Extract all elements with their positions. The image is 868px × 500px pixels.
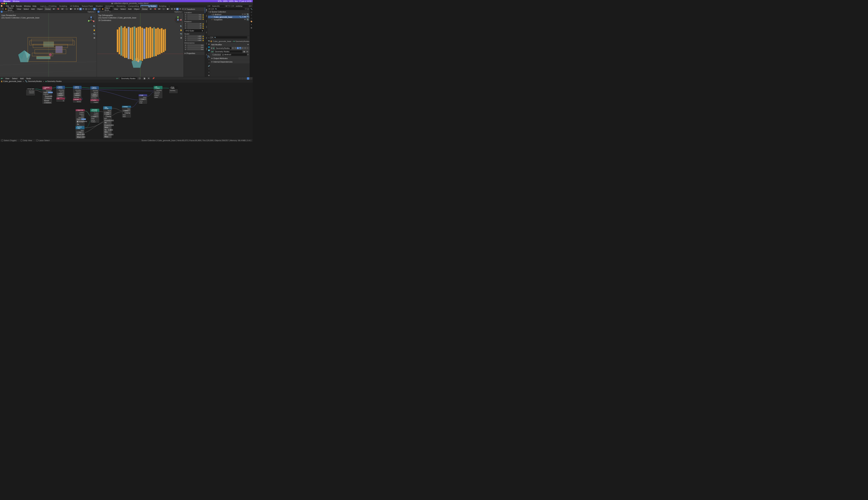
node-collection-info[interactable]: Collection Info Instances OriginalRelati…: [42, 87, 52, 104]
tool-icon-6[interactable]: [12, 11, 14, 13]
crumb-object[interactable]: ◧Cube_geonode_base: [1, 80, 22, 82]
options-dropdown[interactable]: Options ▾: [174, 11, 183, 13]
node-geometry-proximity[interactable]: Geometry Proximity Position Distance Fac…: [90, 109, 99, 123]
node-random-value[interactable]: Random Value Value Float Min0.000 Max1.0…: [76, 126, 84, 139]
node-editor[interactable]: ◆▾ View Select Add Node ◆▾ Geometry Node…: [0, 77, 253, 139]
scene-buttons[interactable]: ◨ 🛡 ✕: [226, 5, 230, 7]
prop-tab-data[interactable]: ▽: [208, 68, 210, 71]
zoom-icon[interactable]: 🔍: [93, 25, 96, 27]
properties-panel-header[interactable]: ▸Properties: [184, 52, 205, 55]
vtab-bh[interactable]: BH: [205, 35, 208, 41]
tool-icon-4[interactable]: [104, 11, 106, 13]
add-workspace-button[interactable]: +: [168, 5, 171, 7]
tab-texture[interactable]: Texture Paint: [80, 5, 94, 8]
overlay-icon[interactable]: [241, 77, 244, 80]
viewport-right[interactable]: Top Orthographic (21) Scene Collection |…: [97, 13, 184, 77]
tab-scripting[interactable]: Scripting: [158, 5, 168, 8]
mod-dropdown-icon[interactable]: ▾: [242, 47, 244, 49]
node-id[interactable]: ID ID: [56, 98, 65, 102]
prop-tab-object[interactable]: ▢: [208, 52, 210, 55]
tool-cursor-icon[interactable]: [1, 11, 3, 13]
viewport-left[interactable]: User Perspective (21) Scene Collection |…: [0, 13, 97, 77]
unlink-collection[interactable]: ✕: [247, 54, 249, 55]
maximize-icon[interactable]: [5, 3, 7, 4]
lock-icon[interactable]: 🔓: [202, 14, 204, 16]
tab-compositing[interactable]: Compositing: [127, 5, 140, 8]
crumb-nodegroup[interactable]: ◆Geometry Nodes: [45, 80, 61, 82]
proportional-btn[interactable]: ◯: [65, 8, 68, 10]
lock-icon[interactable]: 🔓: [202, 25, 204, 27]
prop-tab-physics[interactable]: ⚛: [208, 61, 210, 65]
new-nodegroup-btn[interactable]: ◨: [143, 77, 146, 80]
viewlayer-buttons[interactable]: ◨ ✕: [249, 5, 252, 7]
tool-cursor-icon[interactable]: [98, 11, 100, 13]
tab-sculpting[interactable]: Sculpting: [58, 5, 68, 8]
overlay-dropdown[interactable]: ▾: [82, 8, 84, 10]
falloff-btn[interactable]: ⬤▾: [166, 8, 170, 10]
tool-select-icon[interactable]: [3, 11, 5, 13]
side-icon-6[interactable]: ●: [250, 23, 253, 26]
vtab-view[interactable]: View: [205, 19, 208, 24]
prop-tab-viewlayer[interactable]: ▣: [208, 43, 210, 46]
vp-menu-add[interactable]: Add: [30, 8, 36, 10]
tool-icon-4[interactable]: [8, 11, 9, 13]
node-group-field[interactable]: Geometry Nodes: [214, 50, 242, 53]
vtab-edit[interactable]: Edit: [205, 24, 208, 30]
prop-tab-modifiers[interactable]: 🔧: [208, 55, 210, 58]
node-group-input[interactable]: Group Input Geometry Collection: [26, 88, 35, 96]
internal-dependencies-panel[interactable]: ▸Internal Dependencies: [210, 60, 250, 64]
lock-icon[interactable]: 🔓: [202, 18, 204, 20]
prop-tab-constraints[interactable]: 🔗: [208, 65, 210, 68]
collection-input[interactable]: ◫destruct: [221, 53, 247, 56]
outliner-scene-collection[interactable]: ▾◫Scene Collection: [208, 11, 249, 13]
overlay-toggle-icon[interactable]: ◐: [79, 8, 82, 10]
side-icon-4[interactable]: ▢: [250, 17, 253, 20]
layer-icon[interactable]: [244, 77, 247, 80]
tool-icon-3[interactable]: [5, 11, 7, 13]
node-capture-attribute-2[interactable]: Capture Attribute Geometry Attribute Vec…: [73, 86, 82, 100]
tool-select-icon[interactable]: [100, 11, 102, 13]
node-group-output[interactable]: Group Output Geometry: [169, 86, 178, 93]
rotation-mode-dropdown[interactable]: XYZ Euler ▾: [184, 29, 204, 32]
rotation-x[interactable]: 0°: [187, 23, 202, 25]
visibility-icon[interactable]: 👁: [244, 19, 246, 21]
side-icon-7[interactable]: ▦: [250, 26, 253, 29]
new-btn[interactable]: ◨: [243, 51, 245, 53]
location-z[interactable]: 0 m: [187, 18, 202, 20]
vp-menu-view[interactable]: View: [113, 8, 119, 10]
menu-render[interactable]: Render: [16, 5, 22, 7]
scale-x[interactable]: 1.000: [187, 35, 202, 37]
options-icon[interactable]: ⋮: [248, 36, 250, 39]
proportional-btn[interactable]: ◯: [162, 8, 165, 10]
snap-btn[interactable]: 🧲: [56, 8, 60, 10]
menu-window[interactable]: Window: [24, 5, 31, 7]
node-menu-add[interactable]: Add: [20, 77, 24, 80]
pan-icon[interactable]: ✋: [93, 29, 96, 32]
vtab-ne[interactable]: Ne: [205, 30, 208, 35]
scale-z[interactable]: 1.000: [187, 39, 202, 41]
editor-type-icon[interactable]: ◆▾: [1, 77, 3, 80]
transform-panel-header[interactable]: ▾Transform: [184, 8, 205, 11]
editor-type-icon[interactable]: ◫▾: [210, 36, 213, 39]
visibility-icon[interactable]: 👁: [244, 16, 246, 18]
menu-help[interactable]: Help: [33, 5, 36, 7]
gizmo-visibility-icon[interactable]: ⊕: [173, 8, 176, 10]
snap-target[interactable]: ▦▾: [60, 8, 65, 10]
location-y[interactable]: 0 m: [187, 16, 202, 18]
render-icon[interactable]: 📷: [247, 19, 249, 21]
xray-icon[interactable]: ◫: [85, 8, 87, 10]
tool-icon-6[interactable]: [109, 11, 111, 13]
pin-btn[interactable]: 📌: [151, 77, 156, 80]
perspective-icon[interactable]: ▦: [93, 36, 96, 39]
node-menu-view[interactable]: View: [4, 77, 10, 80]
outliner-object-icosphere[interactable]: ▸▽Icosphere 👁📷: [208, 18, 249, 21]
vtab-hu[interactable]: Hu: [205, 52, 208, 57]
sidebar-toggle[interactable]: [250, 77, 252, 80]
vp-menu-view[interactable]: View: [16, 8, 22, 10]
mod-edit-icon[interactable]: ✎: [235, 47, 237, 49]
unlink-nodegroup-btn[interactable]: ✕: [147, 77, 150, 80]
rotation-z[interactable]: 0°: [187, 27, 202, 29]
axis-gizmo[interactable]: X Y Z: [88, 16, 95, 23]
mod-render-icon[interactable]: 📷: [239, 47, 241, 49]
dim-z[interactable]: 0 m: [187, 48, 204, 50]
